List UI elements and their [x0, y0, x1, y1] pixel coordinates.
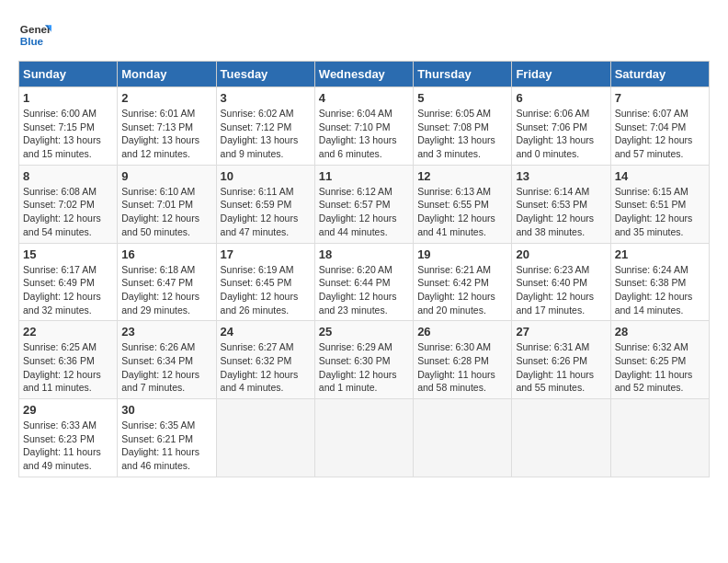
- calendar-cell: 13 Sunrise: 6:14 AMSunset: 6:53 PMDaylig…: [512, 165, 610, 243]
- day-number: 14: [615, 169, 705, 183]
- day-number: 26: [417, 325, 507, 339]
- day-number: 17: [221, 247, 311, 261]
- calendar-cell: 22 Sunrise: 6:25 AMSunset: 6:36 PMDaylig…: [19, 321, 118, 399]
- day-info: Sunrise: 6:13 AMSunset: 6:55 PMDaylight:…: [417, 185, 507, 239]
- day-number: 3: [221, 91, 311, 105]
- day-info: Sunrise: 6:04 AMSunset: 7:10 PMDaylight:…: [319, 107, 409, 161]
- day-info: Sunrise: 6:00 AMSunset: 7:15 PMDaylight:…: [23, 107, 113, 161]
- col-header-friday: Friday: [512, 62, 610, 87]
- day-number: 24: [221, 325, 311, 339]
- calendar-cell: 28 Sunrise: 6:32 AMSunset: 6:25 PMDaylig…: [610, 321, 709, 399]
- calendar-week-2: 8 Sunrise: 6:08 AMSunset: 7:02 PMDayligh…: [19, 165, 710, 243]
- day-info: Sunrise: 6:32 AMSunset: 6:25 PMDaylight:…: [615, 340, 705, 395]
- day-info: Sunrise: 6:19 AMSunset: 6:45 PMDaylight:…: [221, 263, 311, 317]
- day-number: 22: [23, 325, 113, 339]
- day-info: Sunrise: 6:05 AMSunset: 7:08 PMDaylight:…: [417, 107, 507, 161]
- day-info: Sunrise: 6:31 AMSunset: 6:26 PMDaylight:…: [516, 340, 606, 395]
- day-info: Sunrise: 6:02 AMSunset: 7:12 PMDaylight:…: [221, 107, 311, 161]
- day-number: 25: [319, 325, 409, 339]
- day-number: 20: [516, 247, 606, 261]
- calendar-week-5: 29 Sunrise: 6:33 AMSunset: 6:23 PMDaylig…: [19, 399, 710, 477]
- col-header-saturday: Saturday: [610, 62, 709, 87]
- day-number: 11: [319, 169, 409, 183]
- day-number: 10: [221, 169, 311, 183]
- day-number: 1: [23, 91, 113, 105]
- col-header-monday: Monday: [118, 62, 216, 87]
- day-number: 13: [516, 169, 606, 183]
- calendar-cell: 19 Sunrise: 6:21 AMSunset: 6:42 PMDaylig…: [414, 243, 512, 321]
- svg-text:General: General: [20, 23, 51, 35]
- day-number: 18: [319, 247, 409, 261]
- col-header-sunday: Sunday: [19, 62, 118, 87]
- calendar-cell: 29 Sunrise: 6:33 AMSunset: 6:23 PMDaylig…: [19, 399, 118, 477]
- calendar-cell: 10 Sunrise: 6:11 AMSunset: 6:59 PMDaylig…: [216, 165, 314, 243]
- day-info: Sunrise: 6:30 AMSunset: 6:28 PMDaylight:…: [417, 340, 507, 395]
- calendar-cell: [512, 399, 610, 477]
- calendar-cell: 16 Sunrise: 6:18 AMSunset: 6:47 PMDaylig…: [118, 243, 216, 321]
- col-header-tuesday: Tuesday: [216, 62, 314, 87]
- day-info: Sunrise: 6:10 AMSunset: 7:01 PMDaylight:…: [121, 185, 211, 239]
- day-number: 30: [121, 403, 211, 417]
- calendar-cell: [314, 399, 413, 477]
- col-header-thursday: Thursday: [414, 62, 512, 87]
- calendar-cell: 15 Sunrise: 6:17 AMSunset: 6:49 PMDaylig…: [19, 243, 118, 321]
- calendar-cell: 7 Sunrise: 6:07 AMSunset: 7:04 PMDayligh…: [610, 87, 709, 166]
- day-number: 7: [615, 91, 705, 105]
- day-info: Sunrise: 6:15 AMSunset: 6:51 PMDaylight:…: [615, 185, 705, 239]
- page-header: General Blue: [18, 18, 710, 52]
- day-info: Sunrise: 6:27 AMSunset: 6:32 PMDaylight:…: [221, 340, 311, 395]
- day-info: Sunrise: 6:18 AMSunset: 6:47 PMDaylight:…: [121, 263, 211, 317]
- calendar-cell: [216, 399, 314, 477]
- calendar-cell: 5 Sunrise: 6:05 AMSunset: 7:08 PMDayligh…: [414, 87, 512, 166]
- day-info: Sunrise: 6:14 AMSunset: 6:53 PMDaylight:…: [516, 185, 606, 239]
- svg-text:Blue: Blue: [20, 35, 44, 47]
- day-info: Sunrise: 6:08 AMSunset: 7:02 PMDaylight:…: [23, 185, 113, 239]
- day-number: 29: [23, 403, 113, 417]
- calendar-cell: 4 Sunrise: 6:04 AMSunset: 7:10 PMDayligh…: [314, 87, 413, 166]
- day-number: 5: [417, 91, 507, 105]
- day-info: Sunrise: 6:21 AMSunset: 6:42 PMDaylight:…: [417, 263, 507, 317]
- day-info: Sunrise: 6:01 AMSunset: 7:13 PMDaylight:…: [121, 107, 211, 161]
- calendar-cell: 14 Sunrise: 6:15 AMSunset: 6:51 PMDaylig…: [610, 165, 709, 243]
- calendar-cell: 18 Sunrise: 6:20 AMSunset: 6:44 PMDaylig…: [314, 243, 413, 321]
- calendar-cell: 25 Sunrise: 6:29 AMSunset: 6:30 PMDaylig…: [314, 321, 413, 399]
- day-info: Sunrise: 6:33 AMSunset: 6:23 PMDaylight:…: [23, 419, 113, 473]
- logo: General Blue: [18, 18, 55, 52]
- day-number: 8: [23, 169, 113, 183]
- calendar-cell: 12 Sunrise: 6:13 AMSunset: 6:55 PMDaylig…: [414, 165, 512, 243]
- calendar-cell: 2 Sunrise: 6:01 AMSunset: 7:13 PMDayligh…: [118, 87, 216, 166]
- day-number: 4: [319, 91, 409, 105]
- day-info: Sunrise: 6:26 AMSunset: 6:34 PMDaylight:…: [121, 340, 211, 395]
- calendar-cell: [610, 399, 709, 477]
- calendar-table: SundayMondayTuesdayWednesdayThursdayFrid…: [18, 61, 710, 477]
- day-number: 21: [615, 247, 705, 261]
- calendar-cell: 3 Sunrise: 6:02 AMSunset: 7:12 PMDayligh…: [216, 87, 314, 166]
- calendar-cell: 21 Sunrise: 6:24 AMSunset: 6:38 PMDaylig…: [610, 243, 709, 321]
- day-number: 15: [23, 247, 113, 261]
- day-number: 9: [121, 169, 211, 183]
- calendar-cell: 24 Sunrise: 6:27 AMSunset: 6:32 PMDaylig…: [216, 321, 314, 399]
- day-number: 12: [417, 169, 507, 183]
- calendar-cell: 20 Sunrise: 6:23 AMSunset: 6:40 PMDaylig…: [512, 243, 610, 321]
- calendar-cell: 17 Sunrise: 6:19 AMSunset: 6:45 PMDaylig…: [216, 243, 314, 321]
- col-header-wednesday: Wednesday: [314, 62, 413, 87]
- calendar-cell: [414, 399, 512, 477]
- day-number: 6: [516, 91, 606, 105]
- calendar-cell: 23 Sunrise: 6:26 AMSunset: 6:34 PMDaylig…: [118, 321, 216, 399]
- calendar-cell: 27 Sunrise: 6:31 AMSunset: 6:26 PMDaylig…: [512, 321, 610, 399]
- logo-icon: General Blue: [18, 18, 51, 52]
- day-info: Sunrise: 6:06 AMSunset: 7:06 PMDaylight:…: [516, 107, 606, 161]
- day-number: 27: [516, 325, 606, 339]
- calendar-cell: 11 Sunrise: 6:12 AMSunset: 6:57 PMDaylig…: [314, 165, 413, 243]
- day-info: Sunrise: 6:35 AMSunset: 6:21 PMDaylight:…: [121, 419, 211, 473]
- day-number: 28: [615, 325, 705, 339]
- day-number: 16: [121, 247, 211, 261]
- day-info: Sunrise: 6:11 AMSunset: 6:59 PMDaylight:…: [221, 185, 311, 239]
- day-number: 2: [121, 91, 211, 105]
- day-info: Sunrise: 6:20 AMSunset: 6:44 PMDaylight:…: [319, 263, 409, 317]
- calendar-cell: 1 Sunrise: 6:00 AMSunset: 7:15 PMDayligh…: [19, 87, 118, 166]
- day-info: Sunrise: 6:17 AMSunset: 6:49 PMDaylight:…: [23, 263, 113, 317]
- day-info: Sunrise: 6:25 AMSunset: 6:36 PMDaylight:…: [23, 340, 113, 395]
- calendar-week-3: 15 Sunrise: 6:17 AMSunset: 6:49 PMDaylig…: [19, 243, 710, 321]
- day-number: 23: [121, 325, 211, 339]
